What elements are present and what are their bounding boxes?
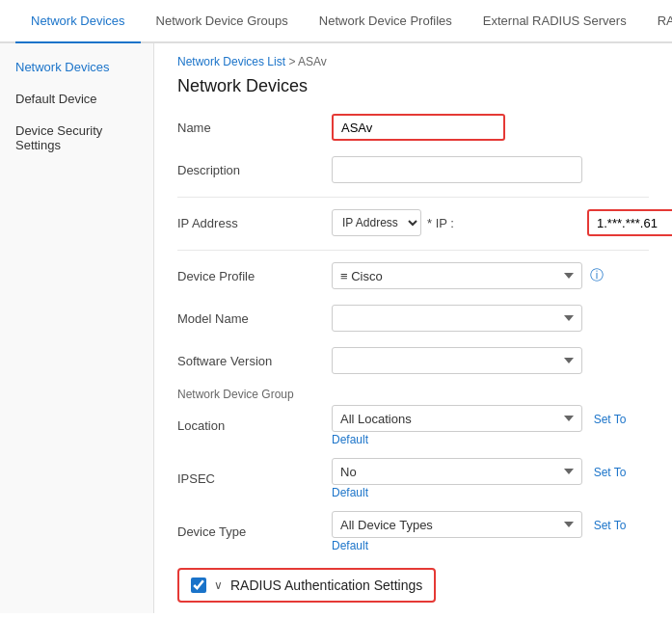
location-value: All Locations Set To Default [332, 405, 649, 446]
ndg-label: Network Device Group [177, 388, 649, 401]
device-profile-value: ≡ Cisco ⓘ [332, 262, 649, 289]
model-name-row: Model Name [177, 303, 649, 334]
software-version-row: Software Version [177, 345, 649, 376]
page-title: Network Devices [177, 76, 649, 96]
breadcrumb-separator: > [288, 55, 295, 68]
tab-external-radius-servers[interactable]: External RADIUS Servers [468, 0, 642, 43]
description-label: Description [177, 163, 332, 177]
model-name-select[interactable] [332, 305, 582, 332]
ipsec-select[interactable]: No [332, 458, 582, 485]
info-icon[interactable]: ⓘ [590, 267, 604, 284]
sidebar-item-device-security-settings[interactable]: Device Security Settings [0, 115, 153, 161]
divider-1 [177, 197, 649, 198]
divider-2 [177, 250, 649, 251]
model-name-value [332, 305, 649, 332]
top-navigation: Network Devices Network Device Groups Ne… [0, 0, 672, 43]
ip-type-select[interactable]: IP Address [332, 209, 421, 236]
ipsec-label: IPSEC [177, 471, 332, 486]
tab-network-device-groups[interactable]: Network Device Groups [141, 0, 304, 43]
ip-address-row: IP Address IP Address * IP : / ⚙ [177, 207, 649, 238]
device-type-label: Device Type [177, 524, 332, 539]
device-type-value: All Device Types Set To Default [332, 511, 649, 552]
name-row: Name [177, 112, 649, 143]
main-content: Network Devices List > ASAv Network Devi… [154, 43, 672, 613]
tab-network-device-profiles[interactable]: Network Device Profiles [304, 0, 468, 43]
ipsec-row: IPSEC No Set To Default [177, 458, 649, 499]
location-row: Location All Locations Set To Default [177, 405, 649, 446]
device-profile-row: Device Profile ≡ Cisco ⓘ [177, 260, 649, 291]
tab-radius-server-sequences[interactable]: RADIUS Server Sequences [642, 0, 672, 43]
location-label: Location [177, 418, 332, 433]
device-type-select[interactable]: All Device Types [332, 511, 582, 538]
tab-network-devices[interactable]: Network Devices [15, 0, 141, 43]
sidebar: Network Devices Default Device Device Se… [0, 43, 154, 613]
name-label: Name [177, 121, 332, 135]
ip-type-label: IP Address [177, 216, 332, 230]
radius-chevron-icon: ∨ [214, 578, 223, 592]
software-version-value [332, 347, 649, 374]
ip-value: IP Address * IP : / ⚙ [332, 209, 672, 236]
description-value [332, 156, 649, 183]
device-profile-select[interactable]: ≡ Cisco [332, 262, 582, 289]
ip-required-label: * IP : [427, 216, 581, 230]
device-type-row: Device Type All Device Types Set To Defa… [177, 511, 649, 552]
breadcrumb-current: ASAv [298, 55, 327, 68]
name-value [332, 114, 649, 141]
radius-section-header[interactable]: ∨ RADIUS Authentication Settings [177, 568, 436, 603]
software-version-label: Software Version [177, 354, 332, 368]
page-layout: Network Devices Default Device Device Se… [0, 43, 672, 613]
location-select[interactable]: All Locations [332, 405, 582, 432]
software-version-select[interactable] [332, 347, 582, 374]
radius-section-title: RADIUS Authentication Settings [230, 578, 422, 593]
ip-input[interactable] [587, 209, 672, 236]
breadcrumb: Network Devices List > ASAv [177, 55, 649, 68]
ipsec-value: No Set To Default [332, 458, 649, 499]
device-profile-label: Device Profile [177, 269, 332, 283]
description-input[interactable] [332, 156, 582, 183]
sidebar-item-network-devices[interactable]: Network Devices [0, 51, 153, 83]
device-profile-select-row: ≡ Cisco ⓘ [332, 262, 649, 289]
name-input[interactable] [332, 114, 505, 141]
sidebar-item-default-device[interactable]: Default Device [0, 83, 153, 115]
radius-checkbox[interactable] [191, 578, 206, 593]
model-name-label: Model Name [177, 311, 332, 326]
breadcrumb-list-link[interactable]: Network Devices List [177, 55, 285, 68]
description-row: Description [177, 154, 649, 185]
ip-row: IP Address * IP : / ⚙ [332, 209, 672, 236]
